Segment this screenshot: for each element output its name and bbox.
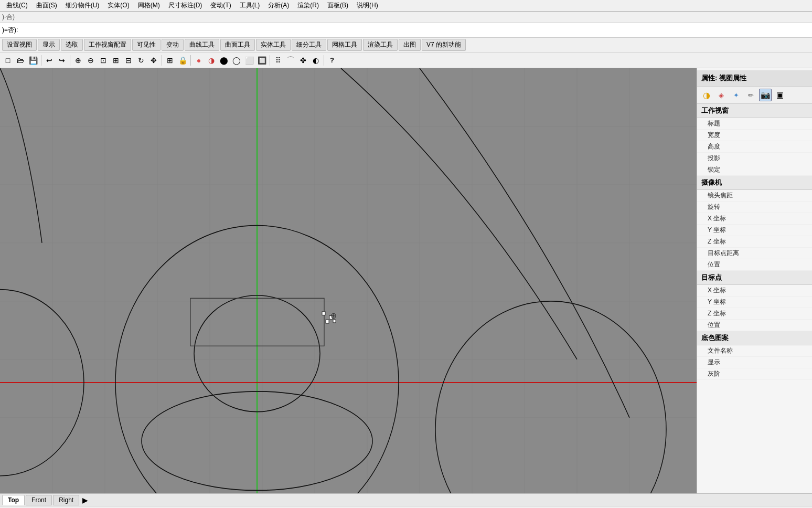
menu-item-panels[interactable]: 面板(B) [323, 0, 352, 11]
zoom-ext-icon[interactable]: ⊡ [98, 55, 109, 66]
menu-item-subd[interactable]: 细分物件(U) [61, 0, 104, 11]
prop-target-z[interactable]: Z 坐标 [697, 308, 812, 320]
toolbar-tab-print[interactable]: 出图 [399, 39, 421, 51]
cmd-prompt: )=否): [2, 26, 18, 35]
render-preview-icon[interactable]: ◐ [310, 55, 322, 66]
prop-rotate[interactable]: 旋转 [697, 202, 812, 213]
menu-item-curves[interactable]: 曲线(C) [2, 0, 32, 11]
prop-target-y[interactable]: Y 坐标 [697, 297, 812, 308]
prop-title[interactable]: 标题 [697, 118, 812, 130]
bg-section-title: 底色图案 [697, 331, 812, 345]
prop-target-pos[interactable]: 位置 [697, 320, 812, 331]
menu-item-help[interactable]: 说明(H) [352, 0, 382, 11]
viewport[interactable]: ⊕ [0, 68, 697, 493]
prop-cam-pos[interactable]: 位置 [697, 259, 812, 271]
toolbar-tab-viewport[interactable]: 工作视窗配置 [84, 39, 131, 51]
toolbar-tab-solid-tools[interactable]: 实体工具 [256, 39, 291, 51]
prop-lock[interactable]: 锁定 [697, 164, 812, 176]
torus-icon[interactable]: ◯ [231, 55, 242, 66]
zoom-window-icon[interactable]: ⊟ [123, 55, 134, 66]
panel-title: 属性: 视图属性 [697, 70, 812, 87]
box1-icon[interactable]: ⬜ [243, 55, 255, 66]
menu-item-surface[interactable]: 曲面(S) [32, 0, 61, 11]
sep1 [41, 55, 41, 66]
camera-icon[interactable]: 📷 [759, 89, 772, 101]
toolbar-tab-display[interactable]: 显示 [38, 39, 60, 51]
sep6 [324, 55, 324, 66]
grid-icon[interactable]: ⊞ [164, 55, 176, 66]
undo-icon[interactable]: ↩ [44, 55, 55, 66]
zoom-sel-icon[interactable]: ⊞ [110, 55, 122, 66]
cmd-input[interactable] [20, 27, 125, 34]
redo-icon[interactable]: ↪ [56, 55, 68, 66]
cmd-line: )=否): [0, 23, 812, 38]
prop-cam-x[interactable]: X 坐标 [697, 213, 812, 225]
menu-item-render[interactable]: 渲染(R) [293, 0, 323, 11]
sep3 [162, 55, 162, 66]
viewport-rect-icon[interactable]: ▣ [774, 89, 786, 101]
section-camera: 摄像机 镜头焦距 旋转 X 坐标 Y 坐标 Z 坐标 目标点距离 位置 [697, 176, 812, 271]
sphere-icon[interactable]: ⬤ [218, 55, 230, 66]
transform-icon[interactable]: ✤ [297, 55, 309, 66]
menu-item-analysis[interactable]: 分析(A) [264, 0, 293, 11]
menu-item-transform[interactable]: 变动(T) [206, 0, 235, 11]
curve-icon[interactable]: ⌒ [285, 55, 296, 66]
tab-front[interactable]: Front [26, 495, 52, 505]
toolbar-tab-surface-tools[interactable]: 曲面工具 [220, 39, 255, 51]
right-panel: 属性: 视图属性 ◑ ◈ ✦ ✏ 📷 ▣ 工作视窗 标题 宽度 高度 投影 锁定… [697, 68, 812, 493]
zoom-out-icon[interactable]: ⊖ [85, 55, 97, 66]
material-icon[interactable]: ◈ [715, 89, 728, 101]
color2-icon[interactable]: ◑ [206, 55, 217, 66]
new-icon[interactable]: □ [2, 55, 14, 66]
svg-rect-24 [322, 312, 325, 315]
prop-cam-y[interactable]: Y 坐标 [697, 225, 812, 236]
menu-item-tools[interactable]: 工具(L) [236, 0, 264, 11]
tab-top[interactable]: Top [2, 495, 25, 505]
menu-bar: 曲线(C) 曲面(S) 细分物件(U) 实体(O) 网格(M) 尺寸标注(D) … [0, 0, 812, 12]
toolbar-tab-render-tools[interactable]: 渲染工具 [363, 39, 398, 51]
toolbar-tab-v7[interactable]: V7 的新功能 [422, 39, 466, 51]
rotate-icon[interactable]: ↻ [135, 55, 147, 66]
toolbar-tab-setview[interactable]: 设置视图 [2, 39, 37, 51]
lock-icon[interactable]: 🔒 [177, 55, 188, 66]
color-props-icon[interactable]: ◑ [700, 89, 713, 101]
toolbar-tab-subd-tools[interactable]: 细分工具 [292, 39, 326, 51]
tab-right[interactable]: Right [53, 495, 79, 505]
prop-width[interactable]: 宽度 [697, 130, 812, 141]
zoom-in-icon[interactable]: ⊕ [72, 55, 84, 66]
sep5 [270, 55, 270, 66]
color1-icon[interactable]: ● [193, 55, 205, 66]
prop-height[interactable]: 高度 [697, 141, 812, 153]
snap-bar: 中点 中心点 交点 垂点 切点 四分点 节点 顶点 投影 停用 [0, 506, 812, 508]
toolbar2: □ 🗁 💾 ↩ ↪ ⊕ ⊖ ⊡ ⊞ ⊟ ↻ ✥ ⊞ 🔒 ● ◑ ⬤ ◯ ⬜ 🔲 … [0, 52, 812, 68]
box2-icon[interactable]: 🔲 [256, 55, 268, 66]
section-viewport: 工作视窗 标题 宽度 高度 投影 锁定 [697, 104, 812, 176]
pan-icon[interactable]: ✥ [148, 55, 159, 66]
menu-item-solid[interactable]: 实体(O) [103, 0, 133, 11]
prop-target-dist[interactable]: 目标点距离 [697, 248, 812, 259]
tab-arrow[interactable]: ▶ [80, 496, 90, 504]
toolbar-tab-transform[interactable]: 变动 [162, 39, 184, 51]
toolbar-tab-select[interactable]: 选取 [61, 39, 83, 51]
save-icon[interactable]: 💾 [27, 55, 39, 66]
menu-item-dim[interactable]: 尺寸标注(D) [164, 0, 207, 11]
pen-icon[interactable]: ✏ [744, 89, 757, 101]
prop-grayscale[interactable]: 灰阶 [697, 368, 812, 380]
prop-projection[interactable]: 投影 [697, 153, 812, 164]
sep2 [70, 55, 70, 66]
svg-rect-0 [0, 68, 697, 493]
prop-cam-z[interactable]: Z 坐标 [697, 236, 812, 248]
open-icon[interactable]: 🗁 [15, 55, 26, 66]
viewport-section-title: 工作视窗 [697, 104, 812, 118]
toolbar-tab-visibility[interactable]: 可见性 [132, 39, 161, 51]
toolbar-tab-mesh-tools[interactable]: 网格工具 [327, 39, 362, 51]
prop-display[interactable]: 显示 [697, 357, 812, 368]
menu-item-mesh[interactable]: 网格(M) [134, 0, 164, 11]
prop-target-x[interactable]: X 坐标 [697, 285, 812, 297]
env-icon[interactable]: ✦ [730, 89, 742, 101]
prop-filename[interactable]: 文件名称 [697, 345, 812, 357]
help-icon[interactable]: ? [326, 55, 338, 66]
toolbar-tab-curve-tools[interactable]: 曲线工具 [185, 39, 219, 51]
points-icon[interactable]: ⠿ [272, 55, 284, 66]
prop-focal[interactable]: 镜头焦距 [697, 190, 812, 202]
